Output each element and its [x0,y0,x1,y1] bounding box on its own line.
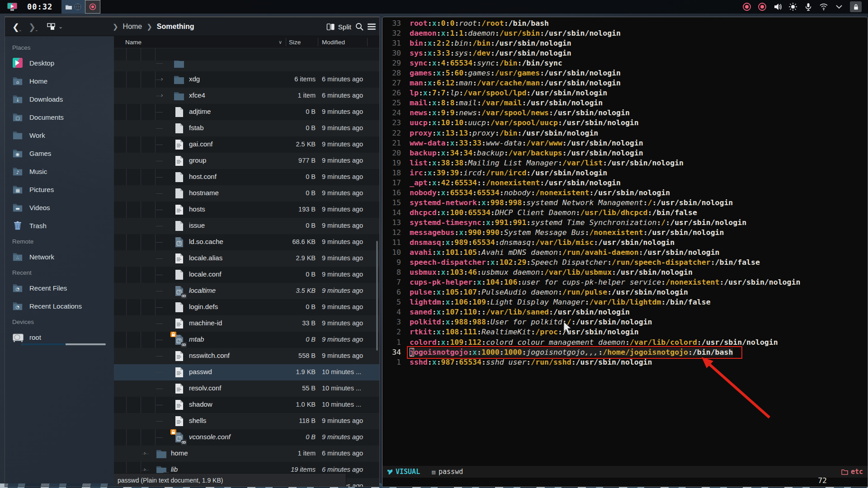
file-name: fstab [189,124,204,131]
record-icon[interactable] [758,2,767,11]
file-row-locale.alias[interactable]: locale.alias2.9 KB9 minutes ago [114,250,379,267]
folder-icon [841,469,848,475]
expand-chevron-icon[interactable]: › [144,450,146,456]
split-button[interactable]: Split [326,20,351,33]
file-icon [173,106,185,118]
file-name: ld.so.cache [189,238,223,245]
file-view-scrollbar[interactable] [376,241,378,351]
svg-text:▢: ▢ [15,116,20,121]
file-modified: 9 minutes ago [322,417,363,424]
sidebar-item-desktop[interactable]: Desktop [5,54,114,72]
file-row-machine-id[interactable]: machine-id33 B9 minutes ago [114,315,379,332]
file-row-host.conf[interactable]: host.conf0 B9 minutes ago [114,169,379,185]
record-icon[interactable] [742,2,751,11]
column-header-size[interactable]: Size [289,39,301,46]
expand-chevron-icon[interactable]: › [161,75,163,82]
view-mode-button[interactable]: ⌄ [47,17,63,36]
passwd-file-content: 33root:x:0:0:root:/root:/bin/bash32daemo… [382,19,868,367]
sidebar-item-trash[interactable]: Trash [5,216,114,235]
file-row-group[interactable]: group977 B9 minutes ago [114,153,379,169]
sidebar-item-work[interactable]: Work [5,126,114,144]
lock-icon[interactable] [850,1,862,12]
sidebar-item-games[interactable]: ◉ Games [5,144,114,162]
sidebar-item-downloads[interactable]: ↓ Downloads [5,90,114,108]
wifi-icon[interactable] [819,2,828,11]
line-number: 14 [382,208,401,218]
file-row-gai.conf[interactable]: gai.conf2.5 KB9 minutes ago [114,136,379,153]
file-name: vconsole.conf [189,433,231,441]
passwd-line-_apt: 17_apt:x:42:65534::/nonexistent:/usr/sbi… [382,178,868,188]
taskbar-button-filemanager[interactable] [61,0,85,14]
expand-chevron-icon[interactable]: › [144,466,146,473]
tree-branch-line [156,112,163,113]
file-row-xdg[interactable]: ›xdg6 items6 minutes ago [114,71,379,88]
terminal-window[interactable]: 33root:x:0:0:root:/root:/bin/bash32daemo… [382,17,868,487]
file-row-hostname[interactable]: hostname0 B9 minutes ago [114,185,379,202]
sidebar-item-home[interactable]: ⌂ Home [5,72,114,90]
file-row-adjtime[interactable]: adjtime0 B9 minutes ago [114,104,379,120]
file-row-localtime[interactable]: ?localtime3.5 KB9 minutes ago [114,283,379,299]
file-view[interactable]: Name ∨ Size Modified ›xdg6 items6 minute… [114,36,379,487]
file-modified: 10 minutes ... [322,368,361,375]
passwd-line-news: 24news:x:9:9:news:/var/spool/news:/usr/s… [382,108,868,118]
search-icon[interactable] [355,17,364,36]
file-row-fstab[interactable]: fstab0 B9 minutes ago [114,120,379,136]
harddisk-icon [12,332,23,343]
folder-network-icon: ∴ [12,251,23,262]
sidebar-item-pictures[interactable]: ▦ Pictures [5,180,114,198]
tree-branch-line [156,258,163,259]
file-row-hosts[interactable]: hosts193 B9 minutes ago [114,202,379,218]
file-size: 0 B [306,303,316,310]
sidebar-section-header: Remote [5,235,114,248]
chevron-down-icon[interactable] [835,2,844,11]
line-number: 22 [382,128,401,138]
file-row[interactable] [114,55,379,71]
volume-icon[interactable] [773,2,782,11]
line-number: 3 [382,317,401,327]
file-row-locale.conf[interactable]: locale.conf0 B9 minutes ago [114,267,379,283]
column-header-name[interactable]: Name [125,39,142,46]
line-number: 27 [382,78,401,88]
sidebar-item-recent-locations[interactable]: ◔ Recent Locations [5,297,114,315]
sort-descending-icon[interactable]: ∨ [278,39,282,45]
expand-chevron-icon[interactable]: › [161,92,163,99]
tree-branch-line [156,128,163,129]
breadcrumb: ❯ Home ❯ Something [113,17,194,36]
line-number: 7 [382,277,401,287]
breadcrumb-current[interactable]: Something [157,23,194,31]
sidebar-item-videos[interactable]: ▬ Videos [5,198,114,216]
hamburger-menu-icon[interactable] [367,17,377,36]
brightness-icon[interactable] [788,2,797,11]
file-modified: 6 minutes ago [322,466,363,473]
tree-branch-line [156,226,163,226]
file-name: xdg [189,75,200,83]
microphone-icon[interactable] [804,2,813,11]
sidebar-item-label: Pictures [29,186,54,193]
column-header-modified[interactable]: Modified [322,39,345,46]
file-row-shadow[interactable]: shadow1.0 KB10 minutes ... [114,397,379,413]
taskbar-button-recorder[interactable] [85,0,100,14]
back-button[interactable]: ❮⌄ [12,17,23,36]
file-row-mtab[interactable]: ?mtab0 B9 minutes ago [114,332,379,348]
tree-branch-line [156,80,163,80]
file-row-issue[interactable]: issue0 B9 minutes ago [114,218,379,234]
file-row-xfce4[interactable]: ›xfce41 item6 minutes ago [114,88,379,104]
passwd-line-lp: 26lp:x:7:7:lp:/var/spool/lpd:/usr/sbin/n… [382,88,868,98]
forward-button[interactable]: ❯⌄ [28,17,39,36]
file-row-vconsole.conf[interactable]: ?vconsole.conf0 B9 minutes ago [114,429,379,446]
sidebar-item-documents[interactable]: ▢ Documents [5,108,114,126]
file-row-resolv.conf[interactable]: resolv.conf55 B10 minutes ... [114,380,379,397]
desktop-display-icon[interactable] [6,2,18,12]
sidebar-item-music[interactable]: ♪ Music [5,162,114,180]
file-row-nsswitch.conf[interactable]: nsswitch.conf558 B9 minutes ago [114,348,379,364]
file-row-home[interactable]: ›home1 item6 minutes ago [114,446,379,462]
file-row-ld.so.cache[interactable]: ?ld.so.cache68.6 KB9 minutes ago [114,234,379,250]
file-row-shells[interactable]: shells118 B9 minutes ago [114,413,379,429]
file-name: shells [189,417,206,424]
line-number: 6 [382,287,401,297]
sidebar-item-recent-files[interactable]: ◔ Recent Files [5,279,114,297]
sidebar-item-network[interactable]: ∴ Network [5,248,114,266]
file-row-passwd[interactable]: passwd1.9 KB10 minutes ... [114,364,379,380]
breadcrumb-home[interactable]: Home [123,23,142,31]
file-row-login.defs[interactable]: login.defs0 B9 minutes ago [114,299,379,315]
